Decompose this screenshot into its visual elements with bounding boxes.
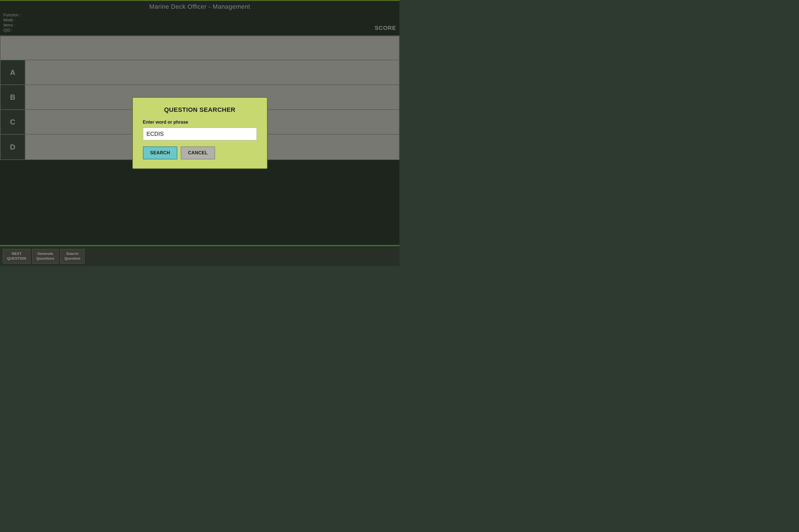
modal-overlay: QUESTION SEARCHER Enter word or phrase S… [0, 0, 399, 266]
modal-search-button[interactable]: SEARCH [143, 147, 178, 159]
modal-title: QUESTION SEARCHER [143, 106, 257, 114]
modal-cancel-button[interactable]: CANCEL [181, 147, 215, 159]
modal-buttons: SEARCH CANCEL [143, 147, 257, 159]
modal-dialog: QUESTION SEARCHER Enter word or phrase S… [132, 97, 268, 169]
search-input[interactable] [143, 128, 257, 140]
modal-input-label: Enter word or phrase [143, 120, 257, 125]
